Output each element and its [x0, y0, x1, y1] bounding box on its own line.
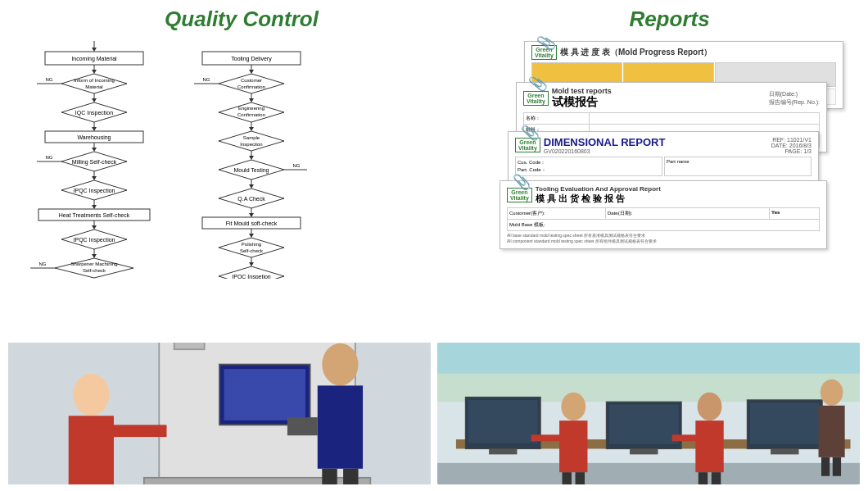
svg-rect-131 [819, 406, 845, 457]
report-4-cn-title: 模 具 出 货 检 验 报 告 [536, 193, 661, 205]
svg-text:Milling Self-check: Milling Self-check [72, 159, 117, 166]
svg-marker-60 [219, 131, 284, 151]
svg-rect-133 [833, 457, 841, 476]
report-3-part: Part name [667, 159, 809, 164]
svg-rect-115 [609, 405, 679, 444]
svg-text:NG: NG [203, 77, 210, 82]
svg-point-95 [73, 374, 109, 416]
svg-text:Self-check: Self-check [83, 268, 106, 273]
page-container: Quality Control Incoming Material Inform… [0, 0, 868, 491]
svg-text:Heat Treatments Self-check: Heat Treatments Self-check [59, 212, 130, 218]
svg-text:Customer: Customer [241, 78, 262, 83]
svg-rect-122 [563, 472, 572, 484]
svg-text:Material: Material [85, 84, 102, 89]
svg-rect-102 [322, 469, 337, 484]
report-4-date: Date(日期): [606, 208, 770, 219]
report-3-ref: REF: 11021/V1 [771, 137, 811, 143]
paperclip-icon-3: 📎 [520, 123, 540, 143]
svg-point-120 [561, 393, 585, 421]
report-2-en-title: Mold test reports [552, 87, 612, 95]
report-1-cn-title: 模 具 进 度 表（Mold Progress Report） [560, 47, 712, 58]
svg-text:Fit Mould soft-check: Fit Mould soft-check [226, 220, 278, 226]
svg-text:NG: NG [39, 261, 47, 266]
svg-text:Polishing: Polishing [242, 242, 261, 247]
svg-rect-99 [114, 425, 167, 437]
svg-marker-59 [249, 127, 254, 131]
svg-text:IPQC Inspection: IPQC Inspection [74, 237, 115, 243]
svg-marker-34 [92, 225, 97, 230]
svg-marker-54 [249, 98, 254, 102]
paperclip-icon-4: 📎 [513, 173, 531, 191]
svg-rect-128 [712, 472, 721, 484]
svg-marker-38 [92, 254, 97, 258]
svg-marker-70 [249, 184, 254, 189]
svg-text:IPQC Inspection: IPQC Inspection [74, 188, 115, 194]
paperclip-icon-2: 📎 [527, 73, 548, 93]
svg-rect-127 [698, 472, 708, 484]
report-2-cn-title: 试模报告 [552, 95, 612, 110]
report-card-4: 📎 Green Vitality Tooling Evaluation And … [500, 180, 827, 249]
report-3-page: PAGE: 1/3 [771, 148, 811, 154]
svg-marker-48 [219, 74, 284, 93]
svg-text:Self-check: Self-check [240, 248, 264, 253]
svg-text:IPQC Inspetion: IPQC Inspetion [232, 274, 271, 279]
svg-text:Confirmation: Confirmation [237, 112, 265, 117]
svg-text:Sharpener Machining: Sharpener Machining [70, 261, 117, 266]
svg-marker-30 [92, 205, 97, 209]
svg-marker-16 [92, 127, 97, 131]
reports-stack: 📎 Green Vitality 模 具 进 度 表（Mold Progress… [479, 37, 860, 336]
svg-point-100 [322, 343, 358, 386]
lab-photo-svg-right [437, 343, 860, 484]
svg-text:Warehousing: Warehousing [78, 134, 111, 141]
report-card-3: 📎 Green Vitality DIMENSIONAL REPORT GV02… [508, 131, 819, 181]
top-section: Quality Control Incoming Material Inform… [0, 0, 868, 339]
svg-marker-20 [92, 148, 97, 152]
svg-marker-64 [249, 156, 254, 160]
photo-lab-right [437, 343, 860, 484]
svg-marker-5 [92, 70, 97, 74]
svg-text:Mould Testing: Mould Testing [233, 167, 269, 174]
svg-text:Tooling Delivery: Tooling Delivery [231, 56, 272, 62]
svg-rect-103 [343, 469, 358, 484]
svg-marker-83 [249, 262, 254, 266]
svg-marker-12 [92, 98, 97, 102]
svg-text:NG: NG [293, 163, 301, 168]
svg-rect-104 [287, 417, 318, 435]
bottom-photos-row [0, 339, 868, 491]
svg-marker-79 [219, 238, 284, 257]
flowchart-svg: Incoming Material Inform of Incoming Mat… [20, 37, 463, 279]
reports-panel: Reports 📎 Green Vitality 模 具 进 度 表（Mold … [475, 7, 860, 336]
svg-marker-74 [249, 213, 254, 217]
svg-rect-113 [489, 449, 517, 455]
svg-text:IQC Inspection: IQC Inspection [75, 110, 113, 116]
svg-text:Confirmation: Confirmation [237, 84, 265, 89]
svg-rect-96 [69, 416, 114, 484]
svg-text:Sample: Sample [243, 135, 260, 140]
logo-2: Green Vitality [523, 91, 549, 106]
svg-rect-129 [672, 434, 715, 441]
svg-rect-94 [224, 369, 306, 421]
svg-marker-78 [249, 234, 254, 238]
svg-text:Incoming Material: Incoming Material [71, 56, 117, 62]
svg-point-130 [821, 380, 843, 406]
quality-control-panel: Quality Control Incoming Material Inform… [8, 7, 475, 336]
svg-rect-121 [559, 421, 587, 472]
svg-text:Inform of Incoming: Inform of Incoming [74, 78, 115, 83]
reports-title: Reports [479, 7, 860, 32]
flowchart-area: Incoming Material Inform of Incoming Mat… [8, 37, 475, 336]
svg-rect-106 [437, 463, 860, 484]
report-4-en-title: Tooling Evaluation And Approval Report [536, 185, 661, 193]
svg-text:Q.A Check: Q.A Check [237, 196, 265, 202]
report-4-customer: Customer(客户): [508, 208, 606, 219]
lab-photo-svg-left [8, 343, 431, 484]
svg-text:NG: NG [46, 77, 53, 82]
svg-rect-90 [174, 343, 205, 349]
svg-text:Engineering: Engineering [238, 106, 264, 111]
svg-rect-132 [821, 457, 830, 476]
report-3-date: DATE: 2016/8/3 [771, 143, 811, 148]
svg-marker-1 [92, 48, 97, 52]
svg-text:Inspeciton: Inspeciton [240, 142, 262, 147]
svg-rect-112 [468, 400, 538, 443]
svg-rect-116 [630, 449, 658, 455]
photo-lab-left [8, 343, 431, 484]
